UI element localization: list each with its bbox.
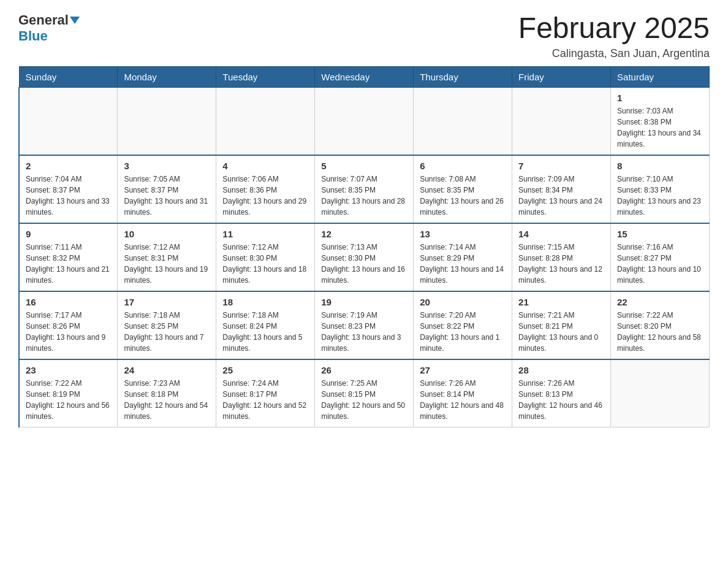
calendar-day-cell: 26Sunrise: 7:25 AMSunset: 8:15 PMDayligh… xyxy=(315,359,414,427)
day-info: Sunrise: 7:20 AMSunset: 8:22 PMDaylight:… xyxy=(420,310,506,354)
calendar-day-cell: 20Sunrise: 7:20 AMSunset: 8:22 PMDayligh… xyxy=(414,291,512,359)
day-number: 10 xyxy=(124,229,210,239)
day-info: Sunrise: 7:25 AMSunset: 8:15 PMDaylight:… xyxy=(321,378,407,422)
calendar-day-cell: 5Sunrise: 7:07 AMSunset: 8:35 PMDaylight… xyxy=(315,155,414,223)
day-number: 20 xyxy=(420,297,506,307)
day-info: Sunrise: 7:07 AMSunset: 8:35 PMDaylight:… xyxy=(321,174,407,218)
day-number: 24 xyxy=(124,365,210,375)
calendar-week-row: 23Sunrise: 7:22 AMSunset: 8:19 PMDayligh… xyxy=(19,359,710,427)
day-info: Sunrise: 7:08 AMSunset: 8:35 PMDaylight:… xyxy=(420,174,506,218)
weekday-header-monday: Monday xyxy=(118,66,216,87)
day-number: 18 xyxy=(222,297,308,307)
calendar-day-cell: 2Sunrise: 7:04 AMSunset: 8:37 PMDaylight… xyxy=(19,155,118,223)
day-info: Sunrise: 7:19 AMSunset: 8:23 PMDaylight:… xyxy=(321,310,407,354)
calendar-day-cell xyxy=(414,87,512,155)
calendar-table: SundayMondayTuesdayWednesdayThursdayFrid… xyxy=(18,66,710,427)
day-number: 7 xyxy=(518,161,604,171)
day-number: 14 xyxy=(518,229,604,239)
calendar-day-cell: 3Sunrise: 7:05 AMSunset: 8:37 PMDaylight… xyxy=(118,155,216,223)
title-block: February 2025 Calingasta, San Juan, Arge… xyxy=(518,12,710,60)
weekday-header-tuesday: Tuesday xyxy=(216,66,315,87)
day-info: Sunrise: 7:22 AMSunset: 8:20 PMDaylight:… xyxy=(617,310,703,354)
calendar-day-cell: 21Sunrise: 7:21 AMSunset: 8:21 PMDayligh… xyxy=(512,291,611,359)
day-number: 12 xyxy=(321,229,407,239)
calendar-day-cell: 9Sunrise: 7:11 AMSunset: 8:32 PMDaylight… xyxy=(19,223,118,291)
day-info: Sunrise: 7:26 AMSunset: 8:13 PMDaylight:… xyxy=(518,378,604,422)
day-number: 5 xyxy=(321,161,407,171)
calendar-week-row: 9Sunrise: 7:11 AMSunset: 8:32 PMDaylight… xyxy=(19,223,710,291)
day-number: 3 xyxy=(124,161,210,171)
calendar-day-cell: 17Sunrise: 7:18 AMSunset: 8:25 PMDayligh… xyxy=(118,291,216,359)
calendar-day-cell: 1Sunrise: 7:03 AMSunset: 8:38 PMDaylight… xyxy=(611,87,710,155)
day-info: Sunrise: 7:24 AMSunset: 8:17 PMDaylight:… xyxy=(222,378,308,422)
weekday-header-thursday: Thursday xyxy=(414,66,512,87)
calendar-day-cell: 11Sunrise: 7:12 AMSunset: 8:30 PMDayligh… xyxy=(216,223,315,291)
calendar-day-cell: 16Sunrise: 7:17 AMSunset: 8:26 PMDayligh… xyxy=(19,291,118,359)
calendar-day-cell: 10Sunrise: 7:12 AMSunset: 8:31 PMDayligh… xyxy=(118,223,216,291)
day-number: 4 xyxy=(222,161,308,171)
calendar-day-cell xyxy=(512,87,611,155)
day-number: 13 xyxy=(420,229,506,239)
day-number: 23 xyxy=(26,365,111,375)
logo-triangle-icon xyxy=(70,17,80,24)
day-number: 9 xyxy=(26,229,111,239)
calendar-day-cell: 18Sunrise: 7:18 AMSunset: 8:24 PMDayligh… xyxy=(216,291,315,359)
day-number: 28 xyxy=(518,365,604,375)
page-header: General Blue February 2025 Calingasta, S… xyxy=(18,12,710,60)
day-info: Sunrise: 7:05 AMSunset: 8:37 PMDaylight:… xyxy=(124,174,210,218)
logo-blue-text: Blue xyxy=(18,28,48,44)
day-info: Sunrise: 7:18 AMSunset: 8:25 PMDaylight:… xyxy=(124,310,210,354)
day-number: 11 xyxy=(222,229,308,239)
day-info: Sunrise: 7:13 AMSunset: 8:30 PMDaylight:… xyxy=(321,242,407,286)
day-info: Sunrise: 7:12 AMSunset: 8:30 PMDaylight:… xyxy=(222,242,308,286)
calendar-day-cell: 25Sunrise: 7:24 AMSunset: 8:17 PMDayligh… xyxy=(216,359,315,427)
day-number: 21 xyxy=(518,297,604,307)
calendar-day-cell: 14Sunrise: 7:15 AMSunset: 8:28 PMDayligh… xyxy=(512,223,611,291)
day-info: Sunrise: 7:18 AMSunset: 8:24 PMDaylight:… xyxy=(222,310,308,354)
calendar-week-row: 16Sunrise: 7:17 AMSunset: 8:26 PMDayligh… xyxy=(19,291,710,359)
day-info: Sunrise: 7:03 AMSunset: 8:38 PMDaylight:… xyxy=(617,105,703,150)
day-number: 22 xyxy=(617,297,703,307)
day-info: Sunrise: 7:26 AMSunset: 8:14 PMDaylight:… xyxy=(420,378,506,422)
day-info: Sunrise: 7:17 AMSunset: 8:26 PMDaylight:… xyxy=(26,310,111,354)
day-info: Sunrise: 7:10 AMSunset: 8:33 PMDaylight:… xyxy=(617,174,703,218)
calendar-day-cell: 27Sunrise: 7:26 AMSunset: 8:14 PMDayligh… xyxy=(414,359,512,427)
calendar-header: SundayMondayTuesdayWednesdayThursdayFrid… xyxy=(19,66,710,87)
calendar-day-cell xyxy=(118,87,216,155)
calendar-day-cell: 6Sunrise: 7:08 AMSunset: 8:35 PMDaylight… xyxy=(414,155,512,223)
calendar-day-cell: 22Sunrise: 7:22 AMSunset: 8:20 PMDayligh… xyxy=(611,291,710,359)
day-number: 26 xyxy=(321,365,407,375)
weekday-header-saturday: Saturday xyxy=(611,66,710,87)
calendar-day-cell: 7Sunrise: 7:09 AMSunset: 8:34 PMDaylight… xyxy=(512,155,611,223)
calendar-day-cell: 4Sunrise: 7:06 AMSunset: 8:36 PMDaylight… xyxy=(216,155,315,223)
weekday-header-wednesday: Wednesday xyxy=(315,66,414,87)
weekday-header-friday: Friday xyxy=(512,66,611,87)
day-number: 2 xyxy=(26,161,111,171)
logo: General Blue xyxy=(18,12,80,44)
calendar-day-cell xyxy=(19,87,118,155)
day-number: 19 xyxy=(321,297,407,307)
calendar-day-cell xyxy=(611,359,710,427)
day-number: 16 xyxy=(26,297,111,307)
day-info: Sunrise: 7:06 AMSunset: 8:36 PMDaylight:… xyxy=(222,174,308,218)
calendar-day-cell: 15Sunrise: 7:16 AMSunset: 8:27 PMDayligh… xyxy=(611,223,710,291)
day-info: Sunrise: 7:14 AMSunset: 8:29 PMDaylight:… xyxy=(420,242,506,286)
calendar-day-cell: 28Sunrise: 7:26 AMSunset: 8:13 PMDayligh… xyxy=(512,359,611,427)
day-info: Sunrise: 7:11 AMSunset: 8:32 PMDaylight:… xyxy=(26,242,111,286)
day-info: Sunrise: 7:15 AMSunset: 8:28 PMDaylight:… xyxy=(518,242,604,286)
calendar-day-cell: 23Sunrise: 7:22 AMSunset: 8:19 PMDayligh… xyxy=(19,359,118,427)
calendar-day-cell xyxy=(216,87,315,155)
day-number: 15 xyxy=(617,229,703,239)
day-info: Sunrise: 7:12 AMSunset: 8:31 PMDaylight:… xyxy=(124,242,210,286)
calendar-day-cell: 19Sunrise: 7:19 AMSunset: 8:23 PMDayligh… xyxy=(315,291,414,359)
weekday-header-sunday: Sunday xyxy=(19,66,118,87)
day-info: Sunrise: 7:04 AMSunset: 8:37 PMDaylight:… xyxy=(26,174,111,218)
day-number: 1 xyxy=(617,93,703,103)
day-number: 6 xyxy=(420,161,506,171)
calendar-day-cell: 12Sunrise: 7:13 AMSunset: 8:30 PMDayligh… xyxy=(315,223,414,291)
calendar-body: 1Sunrise: 7:03 AMSunset: 8:38 PMDaylight… xyxy=(19,87,710,427)
calendar-day-cell: 13Sunrise: 7:14 AMSunset: 8:29 PMDayligh… xyxy=(414,223,512,291)
day-number: 17 xyxy=(124,297,210,307)
calendar-title: February 2025 xyxy=(518,12,710,45)
calendar-day-cell xyxy=(315,87,414,155)
